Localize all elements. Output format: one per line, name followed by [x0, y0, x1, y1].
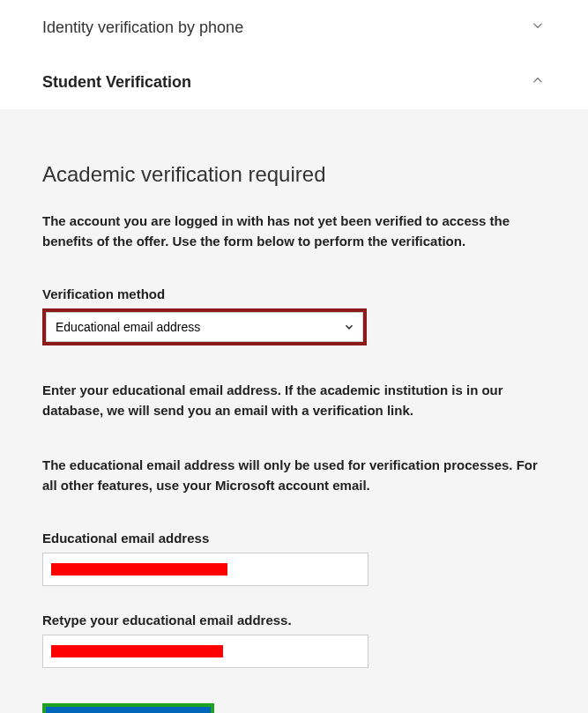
accordion-student-verification[interactable]: Student Verification [0, 55, 588, 109]
highlight-button: Check academic status [42, 703, 214, 713]
retype-group: Retype your educational email address. [42, 613, 546, 668]
highlight-method: Educational email address [42, 308, 367, 345]
verification-method-select[interactable]: Educational email address [46, 312, 363, 342]
chevron-down-icon [530, 18, 546, 37]
accordion-title-student: Student Verification [42, 73, 191, 92]
accordion-title-identity: Identity verification by phone [42, 19, 243, 37]
info-text-2: The educational email address will only … [42, 456, 546, 495]
email-input-wrapper [42, 553, 368, 586]
retype-label: Retype your educational email address. [42, 613, 546, 628]
check-status-button[interactable]: Check academic status [46, 707, 211, 713]
info-text-1: Enter your educational email address. If… [42, 381, 546, 420]
email-group: Educational email address [42, 531, 546, 586]
chevron-up-icon [530, 72, 546, 92]
email-label: Educational email address [42, 531, 546, 546]
method-label: Verification method [42, 286, 546, 301]
verification-panel: Academic verification required The accou… [0, 109, 588, 713]
retype-input-wrapper [42, 635, 368, 668]
redacted-value [51, 645, 223, 657]
redacted-value [51, 563, 227, 576]
panel-description: The account you are logged in with has n… [42, 212, 546, 251]
accordion-identity-phone[interactable]: Identity verification by phone [0, 0, 588, 55]
panel-heading: Academic verification required [42, 162, 546, 187]
